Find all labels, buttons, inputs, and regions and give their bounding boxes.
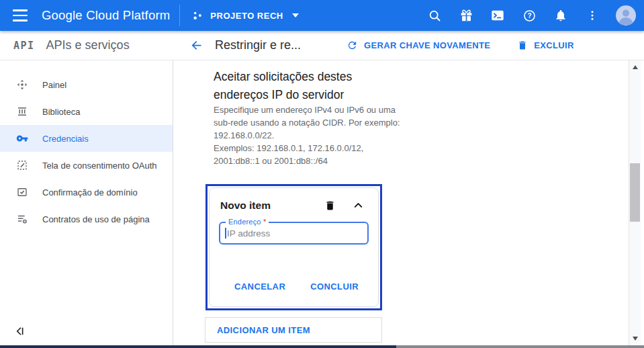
caret-down-icon [292, 13, 299, 17]
cloud-shell-icon[interactable] [490, 7, 506, 24]
product-title: APIs e serviços [46, 38, 130, 52]
library-icon [16, 105, 28, 118]
regenerate-key-label: GERAR CHAVE NOVAMENTE [364, 40, 490, 50]
trash-icon [517, 40, 528, 51]
sidebar-item-label: Biblioteca [42, 107, 80, 117]
section-heading: Aceitar solicitações destes endereços IP… [214, 68, 415, 104]
more-vert-icon[interactable] [584, 7, 600, 24]
avatar[interactable] [616, 5, 636, 26]
topbar-divider [179, 5, 180, 26]
sidebar-item-label: Contratos de uso de página [42, 214, 150, 224]
page-header: Restringir e re... GERAR CHAVE NOVAMENTE… [173, 38, 644, 52]
sidebar-item-consentimento-oauth[interactable]: Tela de consentimento OAuth [0, 152, 173, 179]
back-arrow-icon[interactable] [189, 38, 203, 52]
vertical-scrollbar[interactable] [629, 60, 641, 345]
address-field-placeholder: IP address [227, 228, 270, 238]
delete-key-label: EXCLUIR [534, 40, 574, 50]
project-name: PROJETO RECH [210, 11, 283, 21]
window-bottom-edge [0, 345, 644, 348]
sidebar-item-label: Tela de consentimento OAuth [42, 161, 157, 171]
delete-key-button[interactable]: EXCLUIR [517, 40, 574, 51]
product-zone: API APIs e serviços [0, 38, 173, 52]
sidebar-item-contratos-uso[interactable]: Contratos de uso de página [0, 206, 173, 232]
help-icon[interactable]: ? [521, 7, 537, 24]
sidebar-item-confirmacao-dominio[interactable]: Confirmação de domínio [0, 179, 173, 206]
refresh-icon [347, 40, 358, 51]
menu-icon[interactable] [13, 9, 28, 21]
collapse-sidebar-icon[interactable] [15, 325, 27, 337]
collapse-item-chevron-icon[interactable] [352, 199, 365, 212]
topbar-actions: ? [426, 5, 636, 26]
sidebar-item-label: Painel [42, 80, 66, 90]
consent-screen-icon [16, 159, 28, 171]
sidebar-nav: Painel Biblioteca Credenciais Tela de co… [0, 60, 173, 345]
regenerate-key-button[interactable]: GERAR CHAVE NOVAMENTE [347, 40, 490, 51]
project-icon [191, 9, 204, 22]
section-description: Especifique um endereço IPv4 ou IPv6 ou … [214, 103, 435, 167]
top-app-bar: Google Cloud Platform PROJETO RECH ? [0, 0, 644, 31]
key-icon [16, 132, 28, 144]
bottom-edge-right [396, 345, 644, 348]
project-selector[interactable]: PROJETO RECH [191, 9, 298, 22]
cancel-button[interactable]: CANCELAR [234, 281, 285, 292]
notifications-bell-icon[interactable] [553, 7, 569, 24]
sidebar-item-painel[interactable]: Painel [0, 71, 173, 98]
page-usage-agreements-icon [16, 213, 28, 225]
address-field[interactable]: Endereço * IP address [219, 222, 369, 245]
address-field-label: Endereço * [226, 218, 269, 226]
card-title: Novo item [220, 200, 324, 212]
api-logo: API [13, 40, 35, 52]
dashboard-icon [16, 79, 28, 91]
main-content: Aceitar solicitações destes endereços IP… [174, 60, 629, 345]
sidebar-item-credenciais[interactable]: Credenciais [0, 125, 173, 152]
new-item-card-inner: Novo item Endereço * IP address CANCELAR… [209, 187, 379, 307]
text-cursor [225, 228, 226, 238]
scroll-up-arrow[interactable] [629, 62, 641, 73]
add-item-button[interactable]: ADICIONAR UM ITEM [205, 317, 382, 343]
scrollbar-thumb[interactable] [630, 163, 640, 222]
new-item-card: Novo item Endereço * IP address CANCELAR… [205, 184, 382, 310]
required-asterisk: * [263, 218, 266, 226]
search-icon[interactable] [426, 7, 443, 24]
gcp-console-window: Google Cloud Platform PROJETO RECH ? [0, 0, 644, 348]
brand-title[interactable]: Google Cloud Platform [42, 8, 170, 23]
svg-text:?: ? [527, 12, 531, 19]
card-actions: CANCELAR CONCLUIR [210, 281, 359, 292]
page-title: Restringir e re... [215, 38, 301, 52]
sidebar-item-biblioteca[interactable]: Biblioteca [0, 98, 173, 125]
bottom-edge-left [0, 345, 396, 348]
sidebar-item-label: Credenciais [42, 134, 89, 144]
domain-verification-icon [16, 186, 28, 198]
scroll-down-arrow[interactable] [629, 333, 641, 344]
delete-item-icon[interactable] [324, 200, 336, 212]
secondary-header: API APIs e serviços Restringir e re... G… [0, 31, 644, 60]
done-button[interactable]: CONCLUIR [310, 281, 359, 292]
gift-icon[interactable] [458, 7, 474, 24]
sidebar-item-label: Confirmação de domínio [42, 187, 138, 198]
